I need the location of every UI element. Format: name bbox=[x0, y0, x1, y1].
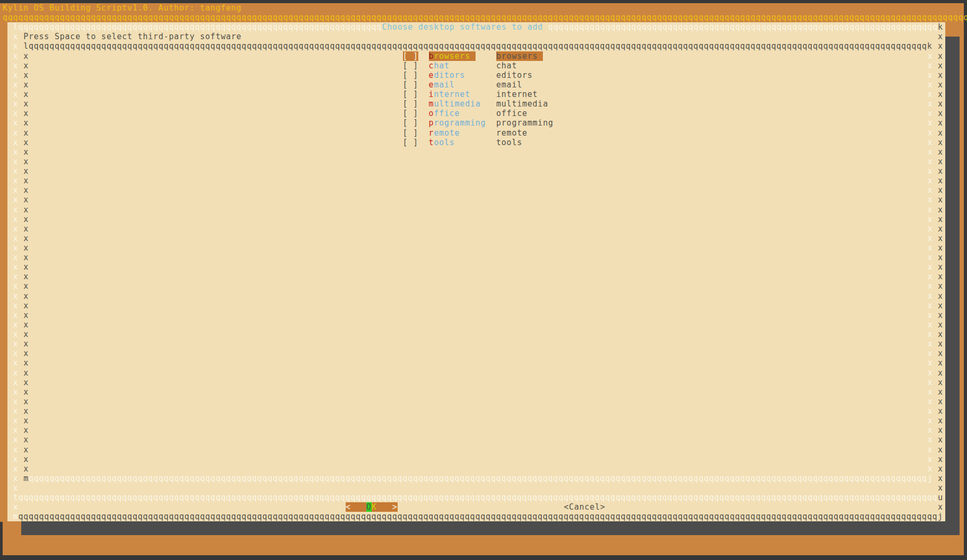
checklist-item-browsers[interactable]: [ ]browsers browsers bbox=[3, 51, 967, 61]
border-row: xxxx bbox=[3, 157, 967, 166]
checkbox-multimedia: [ ] bbox=[403, 99, 418, 109]
border-row: xxxx bbox=[3, 378, 967, 387]
window-title: Kylin OS Building Scriptv1.0. Author: ta… bbox=[3, 3, 242, 13]
border-row: xxxx bbox=[3, 224, 967, 234]
border-row: xxxx bbox=[3, 195, 967, 205]
checkbox-email: [ ] bbox=[403, 80, 418, 90]
border-row: xxxx bbox=[3, 416, 967, 425]
border-row: xxxx bbox=[3, 166, 967, 176]
item-tag-hotkey: r bbox=[429, 128, 434, 138]
border-row: xxxx bbox=[3, 445, 967, 455]
item-tag-hotkey: e bbox=[429, 70, 434, 80]
checklist-item-chat[interactable]: [ ]chatchat bbox=[3, 61, 967, 70]
border-row: xxxx bbox=[3, 387, 967, 397]
border-row: xxxx bbox=[3, 272, 967, 281]
window-title-row: Kylin OS Building Scriptv1.0. Author: ta… bbox=[3, 3, 967, 13]
titlebar-separator-line: qqqqqqqqqqqqqqqqqqqqqqqqqqqqqqqqqqqqqqqq… bbox=[3, 13, 967, 22]
checklist-item-programming[interactable]: [ ]programmingprogramming bbox=[3, 118, 967, 128]
border-row: xxxx bbox=[3, 339, 967, 349]
checklist-item-office[interactable]: [ ]officeoffice bbox=[3, 109, 967, 118]
checklist-item-editors[interactable]: [ ]editorseditors bbox=[3, 70, 967, 80]
border-row: xxxx bbox=[3, 243, 967, 253]
item-description: tools bbox=[496, 138, 522, 147]
item-description: office bbox=[496, 109, 528, 118]
item-tag: nternet bbox=[434, 90, 470, 99]
item-tag: mail bbox=[434, 80, 454, 90]
dialog-corner-bl: m bbox=[13, 512, 19, 521]
border-row: xxxx bbox=[3, 368, 967, 378]
border-row: xx bbox=[3, 32, 967, 41]
item-description: editors bbox=[496, 70, 533, 80]
checkbox-editors: [ ] bbox=[403, 70, 418, 80]
checklist-item-email[interactable]: [ ]emailemail bbox=[3, 80, 967, 90]
border-row: xxxx bbox=[3, 330, 967, 339]
screen: Kylin OS Building Scriptv1.0. Author: ta… bbox=[0, 0, 967, 560]
dialog-corner-tl: l bbox=[13, 22, 19, 32]
item-description: email bbox=[496, 80, 522, 90]
dialog-bottom-border: mqqqqqqqqqqqqqqqqqqqqqqqqqqqqqqqqqqqqqqq… bbox=[3, 512, 967, 521]
item-tag-hotkey: p bbox=[429, 118, 434, 128]
item-description: internet bbox=[496, 90, 538, 99]
item-tag-hotkey: o bbox=[429, 109, 434, 118]
checklist-item-remote[interactable]: [ ]remoteremote bbox=[3, 128, 967, 138]
checklist-box-bottom-border: xmqqqqqqqqqqqqqqqqqqqqqqqqqqqqqqqqqqqqqq… bbox=[3, 474, 967, 483]
item-tag: ditors bbox=[434, 70, 465, 80]
titlebar-separator: qqqqqqqqqqqqqqqqqqqqqqqqqqqqqqqqqqqqqqqq… bbox=[3, 13, 967, 22]
border-row: xxxx bbox=[3, 425, 967, 435]
item-tag: rogramming bbox=[434, 118, 486, 128]
dialog-corner-tr: k bbox=[938, 22, 943, 32]
checklist-box-top-border: xlqqqqqqqqqqqqqqqqqqqqqqqqqqqqqqqqqqqqqq… bbox=[3, 41, 967, 51]
item-tag-hotkey: m bbox=[429, 99, 434, 109]
item-description: multimedia bbox=[496, 99, 548, 109]
border-row: xxxx bbox=[3, 310, 967, 320]
border-row: xxxx bbox=[3, 435, 967, 445]
border-row: xxxx bbox=[3, 262, 967, 272]
border-row: xxxx bbox=[3, 358, 967, 368]
item-tag: rowsers bbox=[434, 51, 475, 61]
item-tag: ffice bbox=[434, 109, 460, 118]
border-row: xxxx bbox=[3, 234, 967, 243]
checkbox-chat: [ ] bbox=[403, 61, 418, 70]
dialog-top-border: lqqqqqqqqqqqqqqqqqqqqqqqqqqqqqqqqqqqqqqq… bbox=[3, 22, 967, 32]
item-tag-hotkey: i bbox=[429, 90, 434, 99]
border-row: xxxx bbox=[3, 455, 967, 464]
item-tag-hotkey: b bbox=[429, 51, 434, 61]
item-tag-hotkey: e bbox=[429, 80, 434, 90]
item-tag: ools bbox=[434, 138, 454, 147]
dialog-corner-br: j bbox=[938, 512, 943, 521]
checklist-item-internet[interactable]: [ ]internetinternet bbox=[3, 90, 967, 99]
item-tag: emote bbox=[434, 128, 460, 138]
border-row: xxxx bbox=[3, 406, 967, 416]
border-row: xx bbox=[3, 483, 967, 493]
checklist-item-tools[interactable]: [ ]toolstools bbox=[3, 138, 967, 147]
border-row: xxxx bbox=[3, 281, 967, 291]
item-description: remote bbox=[496, 128, 528, 138]
checkbox-tools: [ ] bbox=[403, 138, 418, 147]
border-row: xx bbox=[3, 502, 967, 512]
item-tag: hat bbox=[434, 61, 449, 70]
border-row: xxxx bbox=[3, 253, 967, 262]
border-row: xxxx bbox=[3, 349, 967, 358]
item-description: chat bbox=[496, 61, 517, 70]
border-row: xxxx bbox=[3, 291, 967, 301]
checkbox-browsers: [ ] bbox=[403, 51, 418, 61]
checklist-item-multimedia[interactable]: [ ]multimediamultimedia bbox=[3, 99, 967, 109]
item-tag: ultimedia bbox=[434, 99, 480, 109]
button-divider: tqqqqqqqqqqqqqqqqqqqqqqqqqqqqqqqqqqqqqqq… bbox=[3, 493, 967, 502]
border-row: xxxx bbox=[3, 147, 967, 157]
checkbox-office: [ ] bbox=[403, 109, 418, 118]
border-row: xxxx bbox=[3, 320, 967, 330]
border-row: xxxx bbox=[3, 185, 967, 195]
border-row: xxxx bbox=[3, 205, 967, 215]
item-description: browsers bbox=[496, 51, 543, 61]
item-description: programming bbox=[496, 118, 553, 128]
checkbox-remote: [ ] bbox=[403, 128, 418, 138]
item-tag-hotkey: c bbox=[429, 61, 434, 70]
item-tag-hotkey: t bbox=[429, 138, 434, 147]
checkbox-internet: [ ] bbox=[403, 90, 418, 99]
border-row: xxxx bbox=[3, 464, 967, 474]
border-row: xxxx bbox=[3, 215, 967, 224]
checkbox-programming: [ ] bbox=[403, 118, 418, 128]
border-row: xxxx bbox=[3, 397, 967, 406]
border-row: xxxx bbox=[3, 301, 967, 310]
